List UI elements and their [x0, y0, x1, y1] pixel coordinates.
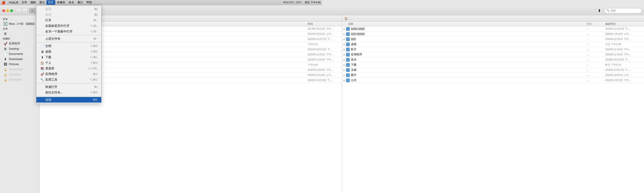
applications-icon: 🚀	[3, 42, 8, 46]
file-name: 应用程序	[48, 53, 308, 57]
file-date: 2020年11月4日 下午...	[308, 58, 322, 61]
view-columns-button[interactable]: ⊞	[36, 8, 42, 13]
table-row[interactable]: ▶ ... 2020年1月19日 上午...	[40, 73, 322, 78]
sidebar-item-locked-3[interactable]: 🔒	[1, 77, 38, 82]
sidebar-item-shared[interactable]: 🖥 ...	[1, 31, 38, 36]
menubar-window[interactable]: 窗口	[76, 0, 85, 5]
row-triangle: ▶	[41, 64, 43, 66]
view-buttons: ☰ ⊞	[29, 8, 42, 14]
menubar-view[interactable]: 显示	[38, 0, 46, 5]
left-pane-path-icon: 🏠	[42, 17, 46, 20]
table-row[interactable]: ▶ 下载 下午6:12	[40, 42, 322, 47]
view-list-button[interactable]: ☰	[29, 8, 36, 13]
close-button[interactable]	[2, 9, 5, 12]
folder-icon	[44, 79, 47, 82]
sidebar-item-macintosh-hd[interactable]: 💽 Maci...h HD 32.1 GB	[1, 21, 38, 26]
sync-button[interactable]: ⇄	[89, 8, 96, 14]
file-date: 2020年11月10日 下...	[308, 79, 322, 82]
menubar-file[interactable]: 文件	[20, 0, 29, 5]
menubar: 🍎 ForkLift 文件 编辑 显示 前往 收藏夹 命令 窗口 帮助 MEM …	[0, 0, 322, 5]
folder-icon	[44, 63, 47, 67]
sidebar-item-pictures-label: Pictures	[9, 63, 19, 66]
downloads-icon: ⬇	[3, 57, 8, 61]
left-col-headers: 名称 时间	[40, 22, 322, 26]
folder-icon	[44, 43, 47, 46]
hd-icon: 💽	[3, 22, 8, 26]
apple-menu-icon[interactable]: 🍎	[2, 1, 5, 5]
left-pane: 🏠 ... 名称 时间 ▶ 公共 2019年3月13日 下午... ▶ 图片	[40, 15, 322, 97]
sidebar-section-favorites: 收藏夹	[0, 36, 40, 41]
sidebar-item-documents-label: Documents	[9, 52, 23, 56]
folder-icon	[44, 32, 47, 36]
table-row[interactable]: ▶ 文稿 2020年12月17日 下...	[40, 37, 322, 42]
table-row[interactable]: ▶ 影片 2020年11月4日 下午...	[40, 57, 322, 62]
left-file-list: ▶ 公共 2019年3月13日 下午... ▶ 图片 2020年12月4日 上午…	[40, 26, 322, 97]
menubar-right: MEM 82% 100% 周五 下午4:46	[283, 1, 320, 4]
menubar-help[interactable]: 帮助	[85, 0, 94, 5]
row-triangle: ▶	[41, 74, 43, 76]
sidebar-section-shared: 共享	[0, 26, 40, 31]
sidebar-item-desktop-label: Desktop	[9, 47, 19, 51]
lightning-icon: ⚡	[46, 9, 50, 13]
battery-indicator: 100%	[296, 1, 302, 4]
menubar-go[interactable]: 前往	[46, 0, 55, 5]
toolbar-buttons: ⚡ ★ ⚙ ▾ ↻ ▮ ⇄	[45, 8, 322, 14]
table-row[interactable]: ▶ 资源库 2020年12月4日 下午...	[40, 68, 322, 73]
gear-button[interactable]: ⚙ ▾	[62, 8, 68, 14]
sidebar-item-downloads[interactable]: ⬇ Downloads	[1, 57, 38, 62]
menubar-forklift[interactable]: ForkLift	[7, 1, 20, 5]
lightning-button[interactable]: ⚡	[45, 8, 52, 14]
hd-size-badge: 32.1 GB	[26, 23, 34, 25]
file-date: 下午3:40	[308, 63, 322, 67]
gear-icon: ⚙	[63, 9, 66, 13]
row-triangle: ▶	[41, 48, 43, 51]
sidebar-item-documents[interactable]: 📄 Documents	[1, 51, 38, 57]
table-row[interactable]: ▶ 图片 2020年12月4日 上午...	[40, 32, 322, 37]
refresh-button[interactable]: ↻	[72, 8, 79, 14]
file-date: 2020年11月9日 下午...	[308, 53, 322, 56]
sidebar-item-locked-2[interactable]: 🔒	[1, 72, 38, 77]
table-row[interactable]: ▶ ... 2020年11月10日 下...	[40, 78, 322, 83]
shared-icon: 🖥	[3, 32, 8, 36]
sidebar-locked-1-label	[9, 68, 23, 71]
table-row[interactable]: ▶ 公共 2019年3月13日 下午...	[40, 26, 322, 32]
file-name: 下载	[48, 42, 308, 46]
sidebar-item-applications[interactable]: 🚀 应用程序	[1, 41, 38, 46]
star-button[interactable]: ★	[53, 8, 60, 14]
forward-button[interactable]: ›	[22, 8, 28, 13]
folder-icon	[44, 68, 47, 72]
row-triangle: ▶	[41, 33, 43, 35]
minimize-button[interactable]	[6, 9, 9, 12]
terminal-button[interactable]: ▮	[81, 8, 88, 14]
menubar-favorites[interactable]: 收藏夹	[55, 0, 67, 5]
sidebar-locked-2-label	[9, 73, 20, 76]
maximize-button[interactable]	[10, 9, 13, 12]
menubar-commands[interactable]: 命令	[67, 0, 76, 5]
file-name: 音乐	[48, 47, 308, 51]
file-date: 2020年12月4日 上午...	[308, 32, 322, 36]
left-col-date: 时间	[308, 22, 322, 26]
sidebar-item-downloads-label: Downloads	[9, 58, 23, 61]
menubar-edit[interactable]: 编辑	[29, 0, 38, 5]
table-row[interactable]: ▶ 应用程序 2020年11月9日 下午...	[40, 52, 322, 57]
lock-icon-1: 🔒	[3, 68, 8, 71]
sidebar-item-pictures[interactable]: 🖼 Pictures	[1, 62, 38, 67]
sidebar-locked-3-label	[9, 79, 22, 81]
file-date: 2020年12月17日 下...	[308, 37, 322, 41]
sidebar-item-desktop[interactable]: 🖥 Desktop	[1, 46, 38, 51]
file-name: 影片	[48, 58, 308, 62]
table-row[interactable]: ▶ 桌面 下午3:40	[40, 62, 322, 68]
desktop-icon: 🖥	[3, 47, 8, 51]
view-list-icon: ☰	[31, 9, 33, 12]
table-row[interactable]: ▶ 音乐 2020年10月31日 下...	[40, 47, 322, 52]
view-columns-icon: ⊞	[38, 9, 40, 12]
file-date: 2020年1月19日 上午...	[308, 73, 322, 77]
back-button[interactable]: ‹	[16, 8, 21, 13]
star-icon: ★	[55, 9, 58, 13]
gear-chevron-icon: ▾	[66, 10, 68, 12]
file-date: 2019年3月13日 下午...	[308, 27, 322, 31]
row-triangle: ▶	[41, 59, 43, 61]
sidebar-item-shared-label: ...	[9, 32, 11, 35]
sidebar-item-locked-1[interactable]: 🔒	[1, 67, 38, 72]
terminal-icon: ▮	[83, 9, 85, 13]
